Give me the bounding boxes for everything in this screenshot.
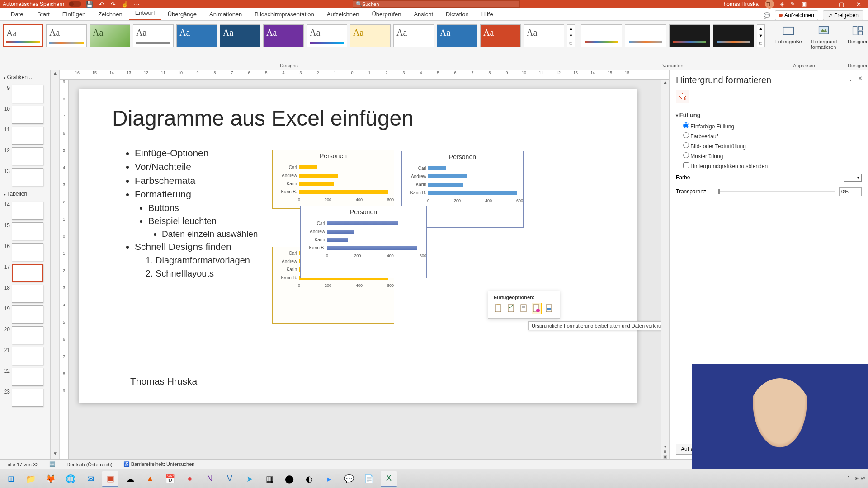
design-thumb-4[interactable]: Aa xyxy=(133,24,174,47)
chrome-icon[interactable]: 🌐 xyxy=(62,471,79,487)
design-thumb-11[interactable]: Aa xyxy=(437,24,477,47)
slide-thumb-10[interactable]: 10 xyxy=(3,106,47,124)
window-icon[interactable]: ▣ xyxy=(802,1,807,7)
thumbnail-pane[interactable]: Grafiken... 910111213 Tabellen 141516171… xyxy=(0,70,51,459)
tab-einfuegen[interactable]: Einfügen xyxy=(56,8,92,20)
paste-option-5[interactable] xyxy=(544,303,554,314)
fill-solid[interactable]: Einfarbige Füllung xyxy=(683,121,862,131)
tab-ansicht[interactable]: Ansicht xyxy=(407,8,439,20)
slide-size-button[interactable]: Foliengröße xyxy=(771,23,807,52)
slide-thumb-15[interactable]: 15 xyxy=(3,222,47,240)
tab-hilfe[interactable]: Hilfe xyxy=(475,8,500,20)
slide-thumb-9[interactable]: 9 xyxy=(3,85,47,103)
diamond-icon[interactable]: ◈ xyxy=(780,1,784,7)
slide-canvas[interactable]: 1615141312111098765432101234567891011121… xyxy=(60,70,669,459)
slide-body[interactable]: Einfüge-Optionen Vor/Nachteile Farbschem… xyxy=(124,146,258,280)
tab-entwurf[interactable]: Entwurf xyxy=(129,7,161,20)
touch-mode-icon[interactable]: ☝ xyxy=(121,0,128,8)
explorer-icon[interactable]: 📁 xyxy=(23,471,39,487)
tab-aufzeichnen[interactable]: Aufzeichnen xyxy=(321,8,366,20)
variants-more[interactable]: ▲▼⊟ xyxy=(757,24,765,47)
slide-thumb-11[interactable]: 11 xyxy=(3,127,47,145)
record-button[interactable]: Aufzeichnen xyxy=(775,10,818,20)
tab-animationen[interactable]: Animationen xyxy=(203,8,248,20)
chart-personen-bluegrad[interactable]: PersonenCarlAndrewKarinKarin B.020040060… xyxy=(300,206,427,278)
fill-section[interactable]: Füllung xyxy=(676,109,862,121)
vlc-icon[interactable]: ▲ xyxy=(142,471,158,487)
color-swatch[interactable] xyxy=(844,174,855,182)
tab-uebergaenge[interactable]: Übergänge xyxy=(161,8,203,20)
design-thumb-6[interactable]: Aa xyxy=(220,24,260,47)
slide-thumb-22[interactable]: 22 xyxy=(3,368,47,386)
fill-picture[interactable]: Bild- oder Texturfüllung xyxy=(683,141,862,151)
share-button[interactable]: ↗Freigeben xyxy=(823,10,863,20)
telegram-icon[interactable]: ➤ xyxy=(241,471,258,487)
minimize-button[interactable]: — xyxy=(817,1,831,8)
design-thumb-2[interactable]: Aa xyxy=(46,24,87,47)
tab-start[interactable]: Start xyxy=(31,8,56,20)
transparency-input[interactable] xyxy=(839,187,862,196)
paste-option-2[interactable] xyxy=(506,303,516,314)
design-thumb-9[interactable]: Aa xyxy=(350,24,391,47)
slide-thumb-19[interactable]: 19 xyxy=(3,305,47,324)
redo-icon[interactable]: ↷ xyxy=(109,0,117,8)
onenote-icon[interactable]: N xyxy=(202,471,218,487)
section-grafiken[interactable]: Grafiken... xyxy=(3,72,47,82)
weather-widget[interactable]: ☀ 5° xyxy=(854,476,865,482)
spellcheck-icon[interactable]: 🔤 xyxy=(49,461,56,467)
design-thumb-12[interactable]: Aa xyxy=(480,24,521,47)
start-button[interactable]: ⊞ xyxy=(3,471,19,487)
transparency-slider[interactable] xyxy=(718,191,835,192)
app-icon-6[interactable]: 📄 xyxy=(361,471,377,487)
tab-bildschirm[interactable]: Bildschirmpräsentation xyxy=(248,8,321,20)
slide-thumb-16[interactable]: 16 xyxy=(3,243,47,261)
section-tabellen[interactable]: Tabellen xyxy=(3,189,47,199)
chart-personen-yellow-top[interactable]: PersonenCarlAndrewKarinKarin B.020040060… xyxy=(272,150,394,209)
thumb-scrollbar[interactable]: ▲▼ xyxy=(51,70,60,459)
tab-dictation[interactable]: Dictation xyxy=(439,8,475,20)
save-icon[interactable]: 💾 xyxy=(86,0,93,8)
design-thumb-7[interactable]: Aa xyxy=(263,24,304,47)
tab-datei[interactable]: Datei xyxy=(5,8,31,20)
app-icon-5[interactable]: 💬 xyxy=(341,471,357,487)
design-thumb-3[interactable]: Aa xyxy=(90,24,130,47)
fill-pattern[interactable]: Musterfüllung xyxy=(683,151,862,161)
slide-thumb-21[interactable]: 21 xyxy=(3,347,47,365)
format-background-button[interactable]: Hintergrund formatieren xyxy=(807,23,841,52)
slide-counter[interactable]: Folie 17 von 32 xyxy=(5,462,38,467)
fill-gradient[interactable]: Farbverlauf xyxy=(683,131,862,141)
search-input[interactable] xyxy=(362,1,517,7)
paste-option-4-link[interactable] xyxy=(532,303,542,314)
accessibility-status[interactable]: ♿ Barrierefreiheit: Untersuchen xyxy=(123,461,195,467)
paste-option-1[interactable] xyxy=(494,303,504,314)
tab-ueberpruefen[interactable]: Überprüfen xyxy=(365,8,407,20)
pane-collapse-icon[interactable]: ⌄ xyxy=(849,76,853,82)
canvas-scrollbar[interactable]: ▲ ▼≡▣ xyxy=(661,80,669,459)
design-thumb-8[interactable]: Aa xyxy=(307,24,347,47)
slide-thumb-13[interactable]: 13 xyxy=(3,168,47,186)
variant-4[interactable] xyxy=(713,24,754,47)
language-status[interactable]: Deutsch (Österreich) xyxy=(66,462,112,467)
tray-expand-icon[interactable]: ˄ xyxy=(847,476,850,482)
system-tray[interactable]: ˄ ☀ 5° xyxy=(847,476,865,482)
design-thumb-1[interactable]: Aa xyxy=(3,24,43,47)
slide-title[interactable]: Diagramme aus Excel einfügen xyxy=(112,106,414,131)
calendar-icon[interactable]: 📅 xyxy=(162,471,178,487)
design-thumb-13[interactable]: Aa xyxy=(524,24,564,47)
slide-thumb-14[interactable]: 14 xyxy=(3,202,47,220)
paste-option-3[interactable] xyxy=(519,303,529,314)
app-icon-3[interactable]: ▦ xyxy=(261,471,278,487)
designs-more[interactable]: ▲▼⊟ xyxy=(567,24,575,47)
slide-thumb-12[interactable]: 12 xyxy=(3,147,47,165)
designer-button[interactable]: Designer xyxy=(843,23,868,46)
undo-icon[interactable]: ↶ xyxy=(98,0,105,8)
design-thumb-10[interactable]: Aa xyxy=(393,24,434,47)
hide-bg-graphics[interactable]: Hintergrundgrafiken ausblenden xyxy=(683,161,862,171)
close-button[interactable]: ✕ xyxy=(852,1,865,8)
variant-1[interactable] xyxy=(581,24,622,47)
slide-thumb-23[interactable]: 23 xyxy=(3,389,47,407)
tab-zeichnen[interactable]: Zeichnen xyxy=(92,8,128,20)
variant-2[interactable] xyxy=(625,24,666,47)
app-icon-4[interactable]: ◐ xyxy=(301,471,317,487)
color-dropdown[interactable]: ▾ xyxy=(855,174,862,182)
